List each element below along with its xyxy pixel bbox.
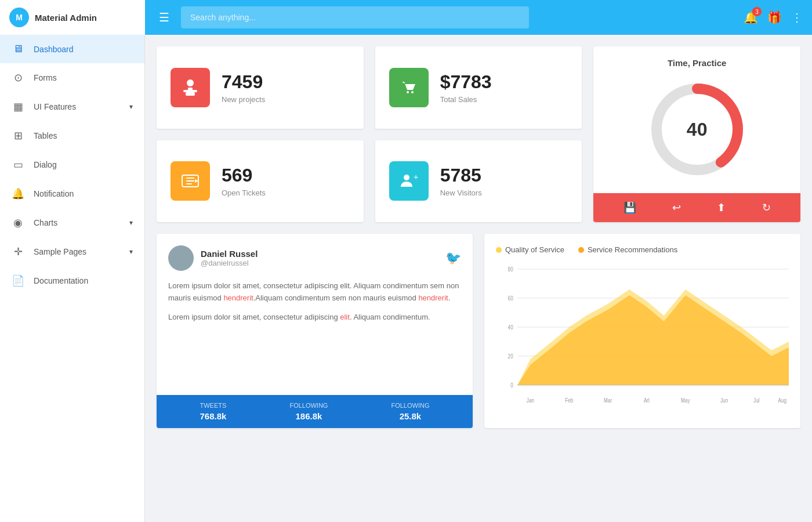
svg-text:May: May	[681, 397, 690, 404]
donut-chart: 40	[645, 77, 749, 182]
donut-refresh-button[interactable]: ↻	[762, 201, 771, 214]
svg-rect-2	[186, 92, 195, 96]
tweet-link-2[interactable]: hendrerit	[418, 293, 448, 302]
area-chart-svg: 80 60 40 20 0 Jan Feb Mar Arl May Jun Ju…	[496, 263, 789, 414]
tweet-header: Daniel Russel @danielrussel 🐦	[168, 245, 461, 271]
sidebar-item-dashboard[interactable]: 🖥 Dashboard	[0, 35, 144, 63]
open-tickets-value: 569	[222, 165, 266, 186]
tweet-card: Daniel Russel @danielrussel 🐦 Lorem ipsu…	[157, 234, 473, 428]
sidebar-label-forms: Forms	[34, 73, 57, 82]
more-menu-button[interactable]: ⋮	[791, 10, 803, 24]
open-tickets-label: Open Tickets	[222, 188, 266, 197]
sidebar-item-sample-pages[interactable]: ✛ Sample Pages ▾	[0, 237, 144, 266]
svg-text:Feb: Feb	[565, 397, 573, 404]
stat-info-total-sales: $7783 Total Sales	[440, 71, 492, 104]
chevron-down-icon-sample: ▾	[129, 248, 133, 256]
donut-reset-button[interactable]: ↩	[672, 201, 681, 214]
quality-dot	[496, 247, 502, 253]
svg-point-4	[407, 91, 409, 93]
hamburger-button[interactable]: ☰	[154, 8, 174, 27]
topbar: M Material Admin ☰ 🔔 3 🎁 ⋮	[0, 0, 812, 35]
tweet-user-handle: @danielrussel	[201, 259, 258, 267]
open-tickets-icon-box	[171, 161, 210, 201]
svg-text:Aug: Aug	[778, 397, 787, 404]
sample-pages-icon: ✛	[12, 245, 24, 258]
tweet-user-info: Daniel Russel @danielrussel	[201, 249, 258, 267]
stat-card-open-tickets: 569 Open Tickets	[157, 140, 364, 223]
donut-center-value: 40	[687, 119, 708, 140]
new-projects-value: 7459	[222, 71, 265, 93]
new-visitors-label: New Visitors	[440, 188, 482, 197]
svg-rect-1	[183, 90, 197, 92]
tweet-stat-tweets: TWEETS 768.8k	[200, 402, 227, 421]
documentation-icon: 📄	[12, 274, 24, 287]
stat-info-new-projects: 7459 New projects	[222, 71, 265, 104]
charts-icon: ◉	[12, 216, 24, 229]
bottom-section: Daniel Russel @danielrussel 🐦 Lorem ipsu…	[157, 234, 800, 428]
following-label-2: FOLLOWING	[391, 402, 429, 409]
following-value-1: 186.8k	[289, 411, 328, 421]
tweet-text-2: Lorem ipsum dolor sit amet, consectetur …	[168, 311, 461, 324]
search-input[interactable]	[181, 6, 529, 28]
stat-card-new-projects: 7459 New projects	[157, 46, 364, 129]
stats-grid: 7459 New projects $7783 Total Sales	[157, 46, 800, 222]
svg-point-0	[187, 79, 194, 86]
topbar-right: ☰ 🔔 3 🎁 ⋮	[145, 6, 812, 28]
tweet-body: Daniel Russel @danielrussel 🐦 Lorem ipsu…	[157, 234, 473, 395]
sidebar-label-ui-features: UI Features	[34, 102, 76, 111]
stat-card-total-sales: $7783 Total Sales	[375, 46, 582, 129]
dashboard-icon: 🖥	[12, 43, 24, 55]
sidebar-item-charts[interactable]: ◉ Charts ▾	[0, 208, 144, 237]
svg-text:Jun: Jun	[720, 397, 728, 404]
tweet-footer: TWEETS 768.8k FOLLOWING 186.8k FOLLOWING…	[157, 395, 473, 428]
donut-share-button[interactable]: ⬆	[717, 201, 726, 214]
donut-card: Time, Practice 40 💾 ↩ ⬆ ↻	[593, 46, 800, 222]
ui-features-icon: ▦	[12, 100, 24, 113]
notification-button[interactable]: 🔔 3	[744, 10, 758, 24]
sidebar-item-tables[interactable]: ⊞ Tables	[0, 121, 144, 150]
sidebar: 🖥 Dashboard ⊙ Forms ▦ UI Features ▾ ⊞ Ta…	[0, 35, 145, 522]
sidebar-item-dialog[interactable]: ▭ Dialog	[0, 150, 144, 179]
layout: 🖥 Dashboard ⊙ Forms ▦ UI Features ▾ ⊞ Ta…	[0, 35, 812, 522]
svg-point-12	[178, 253, 184, 259]
stat-info-open-tickets: 569 Open Tickets	[222, 165, 266, 197]
new-visitors-value: 5785	[440, 165, 482, 186]
tweet-link-1[interactable]: hendrerit	[223, 293, 253, 302]
donut-save-button[interactable]: 💾	[624, 201, 636, 214]
svg-point-5	[411, 91, 414, 93]
svg-text:20: 20	[508, 353, 513, 360]
brand-name: Material Admin	[35, 13, 97, 23]
sidebar-item-ui-features[interactable]: ▦ UI Features ▾	[0, 92, 144, 121]
dialog-icon: ▭	[12, 158, 24, 171]
sidebar-item-forms[interactable]: ⊙ Forms	[0, 63, 144, 92]
donut-body: Time, Practice 40	[593, 46, 800, 193]
svg-text:60: 60	[508, 295, 513, 302]
sidebar-label-tables: Tables	[34, 131, 57, 140]
following-label-1: FOLLOWING	[289, 402, 328, 409]
gift-button[interactable]: 🎁	[767, 10, 782, 24]
svg-text:80: 80	[508, 266, 513, 273]
following-value-2: 25.8k	[391, 411, 429, 421]
svg-rect-3	[188, 88, 193, 90]
chevron-down-icon-charts: ▾	[129, 219, 133, 227]
tweet-text-1: Lorem ipsum dolor sit amet, consectetur …	[168, 280, 461, 304]
tweet-stat-following-2: FOLLOWING 25.8k	[391, 402, 429, 421]
sidebar-label-dashboard: Dashboard	[34, 45, 74, 54]
sidebar-item-notification[interactable]: 🔔 Notification	[0, 179, 144, 208]
notification-icon: 🔔	[12, 187, 24, 200]
sidebar-label-sample-pages: Sample Pages	[34, 247, 86, 256]
tweet-user-name: Daniel Russel	[201, 249, 258, 259]
donut-title: Time, Practice	[668, 58, 726, 68]
stat-info-new-visitors: 5785 New Visitors	[440, 165, 482, 197]
notification-badge: 3	[752, 7, 762, 16]
svg-text:40: 40	[508, 324, 513, 331]
legend-quality: Quality of Service	[496, 245, 564, 254]
svg-text:Jan: Jan	[527, 397, 534, 404]
brand-avatar: M	[9, 8, 29, 27]
forms-icon: ⊙	[12, 71, 24, 84]
sidebar-item-documentation[interactable]: 📄 Documentation	[0, 266, 144, 295]
chart-legend: Quality of Service Service Recommendatio…	[496, 245, 789, 254]
tweet-link-3[interactable]: elit	[340, 313, 350, 321]
recommendations-label: Service Recommendations	[588, 245, 677, 254]
total-sales-icon-box	[389, 68, 429, 107]
